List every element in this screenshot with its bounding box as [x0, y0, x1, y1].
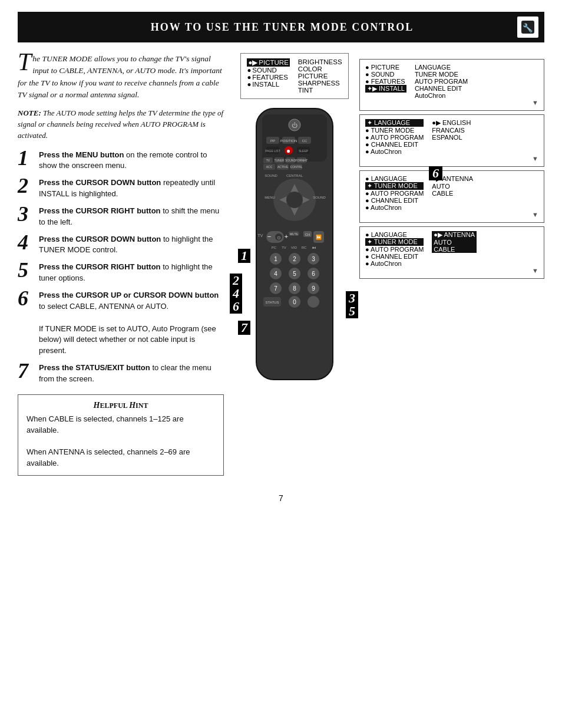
step-num-4: 4 [18, 232, 34, 253]
helpful-hint-box: HELPFUL HINT When CABLE is selected, cha… [18, 394, 224, 476]
step-7: 7 Press the STATUS/EXIT button to clear … [18, 363, 224, 385]
panel3-language: ● LANGUAGE [365, 175, 424, 182]
svg-text:FORMAT: FORMAT [296, 159, 308, 162]
menu-picture: PICTURE [298, 73, 342, 80]
panel3-arrow: ▼ [365, 211, 538, 218]
panel3-right: ●▶ ANTENNA AUTO CABLE [432, 175, 473, 211]
remote-svg: ⏻ PP POSITION CC PAGE LI [236, 103, 353, 386]
menu-color: COLOR [298, 65, 342, 73]
svg-text:ACC: ACC [266, 165, 273, 169]
intro-text: The TUNER MODE allows you to change the … [18, 53, 224, 101]
panel4-autochron: ● AutoChron [365, 260, 424, 267]
svg-text:🔧: 🔧 [523, 23, 533, 33]
panel1-auto: AUTO PROGRAM [415, 78, 468, 85]
step-content-5: Press the CURSOR RIGHT button to highlig… [39, 262, 224, 284]
svg-text:⏺: ⏺ [286, 149, 291, 154]
panel2-francais: FRANCAIS [432, 127, 471, 134]
step-overlay-1: 1 [238, 249, 250, 263]
panel4-auto-highlighted: AUTO [432, 239, 477, 246]
left-column: The TUNER MODE allows you to change the … [18, 53, 224, 476]
svg-text:0: 0 [293, 299, 296, 305]
svg-text:⏩: ⏩ [316, 234, 322, 240]
step-num-6: 6 [18, 288, 34, 309]
title-icon: 🔧 [517, 17, 538, 38]
svg-text:SOUND: SOUND [285, 159, 296, 162]
svg-text:7: 7 [274, 285, 277, 292]
panel3-auto-opt: AUTO [432, 183, 473, 190]
panel4-language: ● LANGUAGE [365, 231, 424, 238]
svg-text:MUTE: MUTE [290, 232, 299, 236]
step-content-1: Press the MENU button on the remote cont… [39, 150, 224, 172]
svg-text:CONTRL: CONTRL [290, 165, 303, 169]
step-1: 1 Press the MENU button on the remote co… [18, 150, 224, 172]
panel1-autochron: AutoChron [415, 92, 468, 99]
step-content-2: Press the CURSOR DOWN button repeatedly … [39, 177, 224, 200]
svg-text:8: 8 [293, 285, 296, 292]
panel1-sound: ● SOUND [365, 71, 406, 78]
panel2-right: ●▶ ENGLISH FRANCAIS ESPANOL [432, 119, 471, 155]
panel3-autochron: ● AutoChron [365, 204, 424, 211]
svg-text:STATUS: STATUS [266, 301, 279, 304]
panel-1: ● PICTURE ● SOUND ● FEATURES ✦▶ INSTALL … [359, 59, 544, 111]
step-2: 2 Press the CURSOR DOWN button repeatedl… [18, 177, 224, 200]
svg-point-39 [286, 192, 303, 208]
menu-box-1: ●▶ PICTURE ● SOUND ● FEATURES ● INSTALL … [240, 53, 348, 99]
menu-picture-highlighted: ●▶ PICTURE [247, 58, 289, 67]
step-overlay-6: 6 [429, 166, 442, 180]
svg-text:2: 2 [293, 256, 296, 262]
page: How to Use the Tuner Mode Control 🔧 The … [0, 0, 562, 728]
svg-text:3: 3 [312, 256, 315, 262]
svg-text:TUNER: TUNER [274, 159, 285, 162]
step-content-4: Press the CURSOR DOWN button to highligh… [39, 234, 224, 256]
panel1-channel: CHANNEL EDIT [415, 85, 468, 92]
panel4-channel: ● CHANNEL EDIT [365, 253, 424, 260]
svg-text:VID: VID [291, 246, 297, 249]
menu-left-col: ●▶ PICTURE ● SOUND ● FEATURES ● INSTALL [247, 58, 289, 94]
svg-text:PC: PC [272, 246, 277, 249]
note-text: NOTE: The AUTO mode setting helps the TV… [18, 108, 224, 141]
panel-2: ✦ LANGUAGE ● TUNER MODE ● AUTO PROGRAM ●… [359, 114, 544, 167]
svg-text:5: 5 [293, 271, 296, 277]
panel1-language: LANGUAGE [415, 64, 468, 71]
panel3-auto: ● AUTO PROGRAM [365, 190, 424, 197]
step-overlay-35: 35 [346, 291, 358, 318]
remote-control: 6 ⏻ [236, 103, 353, 388]
step-6: 6 Press the CURSOR UP or CURSOR DOWN but… [18, 290, 224, 357]
svg-text:SLEEP: SLEEP [299, 149, 309, 153]
panel4-right: ●▶ ANTENNA AUTO CABLE [432, 231, 477, 267]
right-section: ●▶ PICTURE ● SOUND ● FEATURES ● INSTALL … [236, 53, 544, 476]
panel3-cable: CABLE [432, 190, 473, 197]
panel2-arrow: ▼ [365, 155, 538, 162]
svg-text:ACTIVE: ACTIVE [277, 165, 289, 169]
page-number: 7 [18, 493, 544, 503]
svg-text:SOUND: SOUND [313, 196, 326, 199]
panel4-antenna-highlighted: ●▶ ANTENNA [432, 231, 477, 239]
main-layout: The TUNER MODE allows you to change the … [18, 53, 544, 476]
step-content-3: Press the CURSOR RIGHT button to shift t… [39, 206, 224, 228]
panel2-autochron: ● AutoChron [365, 148, 424, 155]
menu-install: ● INSTALL [247, 81, 289, 88]
panel2-language-highlighted: ✦ LANGUAGE [365, 119, 424, 127]
step-num-3: 3 [18, 203, 34, 225]
panel3-channel: ● CHANNEL EDIT [365, 197, 424, 204]
svg-text:⊙: ⊙ [277, 235, 281, 241]
menu-features: ● FEATURES [247, 74, 289, 81]
panel4-arrow: ▼ [365, 267, 538, 274]
title-bar: How to Use the Tuner Mode Control 🔧 [18, 12, 544, 42]
panel4-cable-highlighted: CABLE [432, 246, 477, 253]
svg-text:TV: TV [266, 159, 270, 162]
hint-title: HELPFUL HINT [27, 401, 215, 410]
step-overlay-246: 246 [230, 274, 242, 314]
step-5: 5 Press the CURSOR RIGHT button to highl… [18, 262, 224, 284]
drop-cap: T [18, 53, 31, 72]
menu-sharpness: SHARPNESS [298, 80, 342, 87]
svg-text:⏮: ⏮ [312, 246, 316, 249]
menu-tint: TINT [298, 87, 342, 94]
panel4-left: ● LANGUAGE ✦ TUNER MODE ● AUTO PROGRAM ●… [365, 231, 424, 267]
svg-text:RC: RC [302, 246, 307, 249]
svg-text:+: + [285, 233, 288, 240]
svg-text:CH: CH [305, 233, 310, 236]
step-num-1: 1 [18, 147, 34, 169]
panel1-arrow: ▼ [365, 99, 538, 106]
steps-list: 1 Press the MENU button on the remote co… [18, 150, 224, 385]
